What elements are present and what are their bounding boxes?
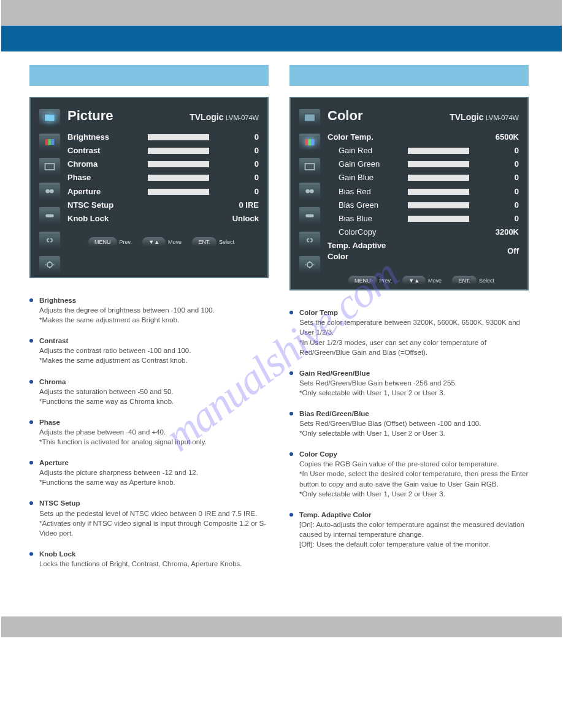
bullet-icon (29, 420, 33, 424)
bullet-icon (29, 380, 33, 384)
osd-row-value: 6500K (476, 132, 519, 143)
osd-row-label: Gain Blue (327, 172, 401, 183)
color-menu-screenshot: Color TVLogic LVM-074W Color Temp.6500KG… (289, 97, 529, 290)
description-body: BrightnessAdjusts the degree of brightne… (39, 295, 269, 325)
svg-rect-11 (308, 139, 312, 145)
description-item: Color CopyCopies the RGB Gain value of t… (289, 449, 529, 498)
osd-menu-row: Brightness0 (67, 131, 259, 144)
osd-icon-system (39, 256, 60, 273)
left-column: Picture TVLogic LVM-074W Brightness0Cont… (29, 65, 269, 580)
svg-rect-10 (305, 139, 308, 145)
description-body: Gain Red/Green/BlueSets Red/Green/Blue G… (299, 368, 529, 398)
right-section-header (289, 65, 529, 86)
osd-row-value: Unlock (216, 213, 259, 224)
bullet-icon (29, 461, 33, 464)
description-title: Knob Lock (39, 549, 269, 559)
osd-icon-color (299, 134, 320, 151)
osd-row-value: 0 (476, 172, 519, 183)
page-footer-stripe (1, 616, 562, 637)
osd-row-value: 0 (216, 186, 259, 197)
osd-row-label: Bias Red (327, 186, 401, 197)
bullet-icon (289, 452, 293, 456)
osd-menu-row: Temp. Adaptive ColorOff (327, 239, 519, 264)
osd-row-label: Bias Blue (327, 213, 401, 224)
osd-brand: TVLogic (190, 112, 223, 122)
osd-row-bar (408, 175, 469, 181)
osd-sidebar-icons (299, 107, 323, 286)
osd-icon-gpi (39, 183, 60, 200)
content-two-column: Picture TVLogic LVM-074W Brightness0Cont… (0, 51, 563, 580)
osd-icon-system (299, 256, 320, 273)
osd-row-bar (148, 134, 209, 140)
osd-row-label: Bias Green (327, 200, 401, 211)
osd-row-value: 0 (216, 132, 259, 143)
osd-row-label: Contrast (67, 145, 141, 156)
osd-menu-row: Phase0 (67, 171, 259, 184)
svg-point-6 (50, 189, 54, 194)
osd-row-label: Gain Green (327, 159, 401, 170)
osd-menu-row: Bias Blue0 (327, 212, 519, 226)
bullet-icon (29, 298, 33, 302)
osd-row-bar (408, 161, 469, 167)
svg-rect-7 (45, 214, 53, 218)
description-item: ApertureAdjusts the picture sharpness be… (29, 458, 269, 487)
description-body: PhaseAdjusts the phase between -40 and +… (39, 417, 269, 447)
osd-hint-bar: MENUPrev. ▼▲Move ENT.Select (67, 233, 259, 248)
osd-row-value: Off (476, 246, 519, 257)
osd-row-bar (408, 148, 469, 154)
description-item: Color TempSets the color temperature bet… (289, 308, 529, 357)
description-title: Color Temp (299, 308, 529, 317)
svg-rect-2 (48, 139, 52, 145)
osd-row-bar (148, 148, 209, 154)
osd-row-label: Phase (67, 172, 141, 183)
osd-row-label: ColorCopy (327, 227, 401, 238)
hint-prev-pill: MENU (88, 237, 117, 248)
bullet-icon (289, 412, 293, 415)
description-title: Color Copy (299, 449, 529, 459)
osd-sidebar-icons (39, 107, 63, 273)
description-title: Temp. Adaptive Color (299, 510, 529, 520)
osd-row-bar (408, 216, 469, 222)
osd-icon-link (299, 232, 320, 249)
right-descriptions: Color TempSets the color temperature bet… (289, 308, 529, 560)
page-header-stripe (1, 0, 562, 26)
description-body: Color CopyCopies the RGB Gain value of t… (299, 449, 529, 498)
osd-row-label: NTSC Setup (67, 200, 141, 211)
osd-row-value: 0 (216, 159, 259, 170)
osd-menu-row: Bias Green0 (327, 199, 519, 212)
osd-row-label: Color Temp. (327, 132, 401, 143)
osd-menu-row: NTSC Setup0 IRE (67, 199, 259, 212)
osd-row-value: 0 (216, 145, 259, 156)
osd-row-bar (148, 175, 209, 181)
bullet-icon (289, 513, 293, 517)
description-item: Temp. Adaptive Color[On]: Auto-adjusts t… (289, 510, 529, 549)
description-title: Gain Red/Green/Blue (299, 368, 529, 378)
osd-icon-marker (299, 158, 320, 175)
osd-row-value: 0 (476, 186, 519, 197)
svg-rect-0 (45, 114, 55, 121)
osd-icon-picture (39, 109, 60, 126)
left-descriptions: BrightnessAdjusts the degree of brightne… (29, 295, 269, 580)
svg-rect-1 (45, 139, 48, 145)
osd-row-value: 0 (476, 145, 519, 156)
description-body: Color TempSets the color temperature bet… (299, 308, 529, 357)
bullet-icon (29, 501, 33, 505)
osd-icon-other (299, 207, 320, 224)
description-body: Temp. Adaptive Color[On]: Auto-adjusts t… (299, 510, 529, 549)
picture-menu-screenshot: Picture TVLogic LVM-074W Brightness0Cont… (29, 97, 269, 278)
description-body: ContrastAdjusts the contrast ratio betwe… (39, 336, 269, 365)
osd-row-label: Brightness (67, 132, 141, 143)
osd-brand: TVLogic (450, 112, 483, 122)
description-item: Gain Red/Green/BlueSets Red/Green/Blue G… (289, 368, 529, 398)
osd-row-value: 0 (216, 172, 259, 183)
description-title: Bias Red/Green/Blue (299, 409, 529, 419)
svg-point-17 (307, 262, 312, 267)
osd-row-value: 3200K (476, 227, 519, 238)
osd-row-value: 0 (476, 213, 519, 224)
left-section-header (29, 65, 269, 86)
osd-row-value: 0 (476, 159, 519, 170)
osd-menu-row: ColorCopy3200K (327, 226, 519, 239)
osd-menu-row: Color Temp.6500K (327, 131, 519, 144)
osd-menu-row: Contrast0 (67, 144, 259, 157)
svg-rect-16 (305, 214, 313, 218)
